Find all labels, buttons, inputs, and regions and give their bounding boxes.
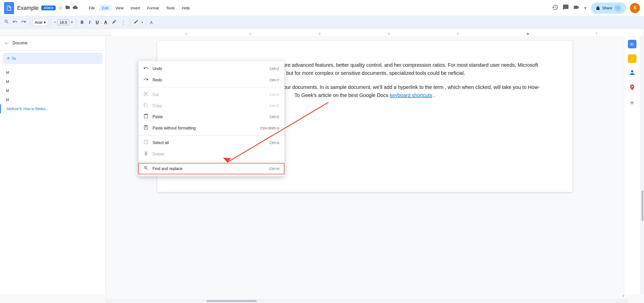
sidebar-item-4[interactable]: M — [0, 95, 105, 104]
menu-divider-2 — [138, 135, 284, 136]
font-dropdown-icon: ▾ — [44, 20, 46, 25]
toolbar-separator-5 — [146, 19, 146, 26]
sidebar-item-method5[interactable]: Method 5: How to Reduc... — [0, 104, 105, 113]
undo-shortcut: Ctrl+Z — [270, 67, 280, 71]
calendar-icon[interactable]: 31 — [628, 40, 636, 48]
ruler-mark-4: 4 — [388, 32, 390, 35]
redo-shortcut: Ctrl+Y — [270, 78, 279, 82]
menu-row-cut: Cut Ctrl+X — [138, 89, 284, 100]
select-all-label: Select all — [153, 141, 270, 145]
sidebar-tab-icon: ≡ — [7, 56, 10, 61]
paste-shortcut: Ctrl+V — [270, 115, 279, 119]
doc-text-end: . — [434, 92, 435, 98]
font-selector[interactable]: Arial ▾ — [32, 19, 48, 26]
maps-icon[interactable] — [629, 84, 636, 93]
share-dropdown-icon[interactable] — [614, 5, 621, 12]
menu-row-copy: Copy Ctrl+C — [138, 100, 284, 111]
toolbar-separator-2 — [51, 19, 51, 26]
select-all-shortcut: Ctrl+A — [270, 141, 279, 145]
font-size-increase[interactable]: + — [70, 19, 73, 25]
tasks-icon[interactable]: ✓ — [628, 54, 636, 63]
italic-button[interactable]: I — [87, 19, 92, 26]
menu-row-delete: Delete — [138, 148, 284, 160]
folder-icon[interactable] — [65, 5, 70, 11]
font-size-decrease[interactable]: − — [53, 19, 56, 25]
menu-format[interactable]: Format — [144, 5, 162, 11]
find-replace-label: Find and replace — [153, 166, 269, 171]
star-icon[interactable]: ☆ — [58, 5, 63, 11]
edit-mode-chevron[interactable]: ▾ — [142, 21, 143, 24]
copy-shortcut: Ctrl+C — [269, 104, 279, 108]
undo-icon[interactable] — [12, 18, 19, 26]
ruler-mark-1: 1 — [185, 32, 187, 35]
menu-row-find-replace[interactable]: Find and replace Ctrl+H — [138, 163, 284, 174]
menu-help[interactable]: Help — [179, 5, 193, 11]
vertical-scrollbar[interactable] — [640, 36, 644, 294]
paste-plain-label: Paste without formatting — [153, 126, 260, 130]
horizontal-scrollbar[interactable] — [106, 299, 628, 303]
menu-file[interactable]: File — [86, 5, 98, 11]
undo-menu-icon — [143, 65, 153, 72]
sidebar-item-2[interactable]: M — [0, 77, 105, 86]
cut-shortcut: Ctrl+X — [270, 93, 279, 97]
paste-plain-menu-icon — [143, 125, 153, 131]
video-chevron[interactable]: ▼ — [584, 6, 587, 10]
highlight-icon[interactable] — [111, 18, 118, 26]
people-icon[interactable] — [629, 69, 636, 78]
sidebar-tab[interactable]: ≡ Ta — [3, 53, 102, 64]
paste-plain-shortcut: Ctrl+Shift+V — [260, 126, 279, 130]
cloud-icon[interactable] — [73, 5, 78, 11]
menu-view[interactable]: View — [112, 5, 127, 11]
sidebar-item-3[interactable]: M — [0, 86, 105, 95]
share-button[interactable]: Share — [591, 3, 626, 14]
menu-row-redo[interactable]: Redo Ctrl+Y — [138, 74, 284, 86]
video-icon[interactable] — [573, 4, 580, 12]
right-sidebar: 31 ✓ + — [624, 36, 640, 294]
find-replace-shortcut: Ctrl+H — [269, 167, 279, 171]
cut-label: Cut — [153, 92, 270, 97]
menu-bar: File Edit View Insert Format Tools Help — [84, 4, 195, 13]
redo-icon[interactable] — [20, 18, 27, 26]
docx-badge: .DOCX — [41, 6, 56, 10]
scrollbar-thumb[interactable] — [641, 191, 643, 221]
font-size-value[interactable]: 16.5 — [57, 19, 69, 25]
keyboard-shortcuts-link[interactable]: keyboard shortcuts — [390, 92, 432, 98]
collapse-toolbar-icon[interactable]: ∧ — [148, 18, 154, 26]
toolbar-separator-1 — [30, 19, 30, 26]
more-formatting-icon[interactable]: ⋮ — [119, 19, 127, 25]
horizontal-scrollbar-thumb[interactable] — [206, 300, 257, 302]
underline-button[interactable]: U — [94, 19, 101, 26]
ruler-mark-5: 5 — [457, 32, 459, 35]
expand-icon[interactable]: › — [623, 293, 624, 298]
top-right-actions: ▼ Share S — [552, 3, 640, 14]
comment-icon[interactable] — [562, 4, 569, 12]
edit-mode-icon[interactable] — [133, 18, 140, 26]
sidebar-tab-label: Ta — [12, 56, 16, 60]
menu-insert[interactable]: Insert — [128, 5, 143, 11]
avatar[interactable]: S — [630, 3, 640, 13]
menu-row-undo[interactable]: Undo Ctrl+Z — [138, 63, 284, 74]
history-icon[interactable] — [552, 4, 558, 12]
menu-tools[interactable]: Tools — [163, 5, 178, 11]
bold-button[interactable]: B — [79, 19, 86, 26]
delete-label: Delete — [153, 152, 279, 156]
ruler-inner: 1 2 3 4 5 6 7 ▼ — [111, 29, 644, 36]
menu-row-paste[interactable]: Paste Ctrl+V — [138, 111, 284, 122]
menu-row-select-all[interactable]: Select all Ctrl+A — [138, 137, 284, 148]
search-icon[interactable] — [3, 18, 10, 26]
font-size-area: − 16.5 + — [53, 19, 73, 25]
sidebar-title: Docume — [13, 41, 28, 45]
sidebar-back-icon[interactable]: ← — [4, 40, 10, 46]
sidebar-item-1[interactable]: M — [0, 68, 105, 77]
menu-row-paste-plain[interactable]: Paste without formatting Ctrl+Shift+V — [138, 122, 284, 134]
toolbar-separator-3 — [76, 19, 76, 26]
font-color-button[interactable]: A — [102, 19, 109, 26]
sidebar-header: ← Docume — [0, 36, 105, 51]
doc-area[interactable]: licated PDF compression tools may offer … — [106, 36, 624, 294]
top-bar: Example .DOCX ☆ File Edit View Insert Fo… — [0, 0, 644, 16]
add-plugin-icon[interactable]: + — [630, 99, 634, 107]
sidebar-items: M M M M Method 5: How to Reduc... — [0, 66, 105, 115]
menu-edit[interactable]: Edit — [99, 5, 111, 11]
sidebar: ← Docume ≡ Ta M M M M Method 5: How to R… — [0, 36, 106, 294]
ruler: 1 2 3 4 5 6 7 ▼ — [0, 29, 644, 36]
